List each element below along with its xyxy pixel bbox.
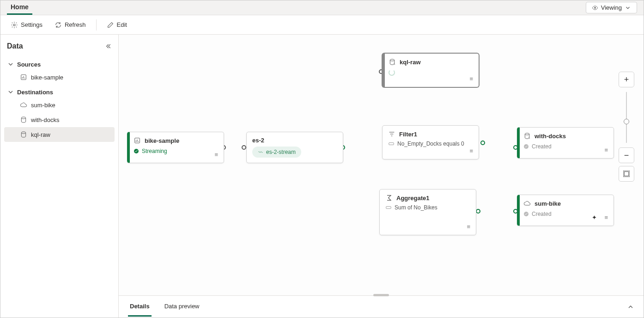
lines-menu-icon[interactable]: ≡: [467, 223, 470, 230]
svg-rect-9: [386, 207, 391, 209]
port[interactable]: [480, 141, 485, 145]
svg-point-7: [390, 59, 394, 61]
database-icon: [20, 116, 27, 123]
node-aggregate1[interactable]: Aggregate1 Sum of No_Bikes ≡: [379, 189, 476, 235]
svg-point-0: [594, 7, 596, 9]
sidebar-item-label: kql-raw: [31, 131, 50, 138]
zoom-slider[interactable]: [626, 92, 627, 143]
chevron-down-icon: [625, 5, 631, 11]
node-sum-bike[interactable]: sum-bike Created ✦ ≡: [517, 195, 614, 226]
node-status-label: Streaming: [142, 148, 167, 154]
database-icon: [523, 132, 531, 140]
bottom-panel-tabs: Details Data preview: [119, 295, 644, 318]
settings-button[interactable]: Settings: [7, 18, 46, 31]
node-title: bike-sample: [145, 137, 179, 144]
sidebar: Data Sources bike-sample Destinations su…: [0, 35, 119, 318]
zoom-handle[interactable]: [624, 119, 629, 124]
sidebar-item-label: with-docks: [31, 116, 59, 123]
svg-rect-13: [624, 171, 628, 176]
stream-chip[interactable]: es-2-stream: [252, 147, 301, 158]
eye-icon: [592, 5, 598, 11]
spinner-icon: [389, 69, 395, 76]
sigma-icon: [385, 194, 393, 202]
zoom-out-button[interactable]: −: [619, 147, 634, 163]
edit-button[interactable]: Edit: [103, 18, 131, 31]
collapse-panel-icon[interactable]: [104, 43, 112, 50]
refresh-button[interactable]: Refresh: [51, 18, 90, 31]
toolbar: Settings Refresh Edit: [0, 15, 644, 35]
zoom-controls: + −: [619, 72, 634, 182]
cloud-icon: [20, 101, 27, 109]
fit-icon: [623, 170, 630, 177]
lines-menu-icon[interactable]: ≡: [214, 151, 218, 158]
node-title: with-docks: [535, 133, 566, 140]
node-filter1[interactable]: Filter1 No_Empty_Docks equals 0 ≡: [382, 125, 479, 159]
tree-section-destinations[interactable]: Destinations: [4, 85, 115, 98]
node-bike-sample[interactable]: bike-sample Streaming ≡: [127, 132, 224, 163]
sparkle-icon[interactable]: ✦: [592, 214, 597, 221]
tab-details[interactable]: Details: [128, 297, 152, 317]
toolbar-separator: [96, 19, 97, 31]
svg-rect-8: [389, 143, 394, 145]
sidebar-item-with-docks[interactable]: with-docks: [4, 112, 115, 127]
tab-data-preview[interactable]: Data preview: [163, 297, 201, 317]
drag-handle[interactable]: [373, 294, 389, 296]
node-title: Aggregate1: [396, 195, 430, 202]
node-subtitle: Sum of No_Bikes: [395, 204, 437, 211]
database-icon: [389, 58, 396, 66]
field-icon: [385, 204, 392, 211]
port[interactable]: [242, 145, 246, 150]
sidebar-title: Data: [7, 42, 23, 50]
refresh-icon: [55, 21, 62, 29]
node-subtitle: No_Empty_Docks equals 0: [397, 141, 464, 147]
gear-icon: [11, 21, 18, 29]
check-circle-icon: [523, 211, 529, 217]
tab-home[interactable]: Home: [7, 0, 32, 15]
lines-menu-icon[interactable]: ≡: [469, 75, 473, 82]
chevron-down-icon: [7, 61, 14, 68]
node-es-2[interactable]: es-2 es-2-stream: [246, 132, 343, 163]
port[interactable]: [476, 209, 480, 214]
filter-icon: [388, 130, 395, 138]
barchart-icon: [20, 73, 27, 81]
cloud-icon: [523, 200, 531, 207]
refresh-label: Refresh: [65, 21, 86, 28]
section-label-sources: Sources: [17, 61, 41, 68]
section-label-destinations: Destinations: [17, 89, 53, 96]
viewing-label: Viewing: [601, 4, 622, 11]
page-tab-strip: Home Viewing: [0, 0, 644, 15]
settings-label: Settings: [21, 21, 43, 28]
svg-point-1: [13, 24, 15, 26]
edit-label: Edit: [117, 21, 127, 28]
node-title: sum-bike: [535, 200, 561, 207]
lines-menu-icon[interactable]: ≡: [604, 214, 608, 221]
lines-menu-icon[interactable]: ≡: [604, 147, 608, 153]
stream-icon: [258, 149, 263, 155]
viewing-dropdown[interactable]: Viewing: [586, 2, 637, 13]
node-status-label: Created: [532, 211, 552, 217]
lines-menu-icon[interactable]: ≡: [469, 147, 473, 154]
chip-label: es-2-stream: [266, 149, 296, 155]
database-icon: [20, 131, 27, 138]
sidebar-item-kql-raw[interactable]: kql-raw: [4, 127, 115, 142]
sidebar-item-label: bike-sample: [31, 74, 63, 81]
chevron-up-icon[interactable]: [627, 303, 634, 311]
sidebar-item-bike-sample[interactable]: bike-sample: [4, 70, 115, 85]
node-title: es-2: [252, 137, 264, 144]
canvas[interactable]: bike-sample Streaming ≡ es-2 es-2-stream: [119, 35, 644, 295]
sidebar-item-sum-bike[interactable]: sum-bike: [4, 98, 115, 112]
tree-section-sources[interactable]: Sources: [4, 57, 115, 70]
node-status-label: Created: [532, 143, 552, 150]
check-circle-icon: [523, 144, 529, 149]
svg-point-10: [525, 133, 529, 135]
node-title: kql-raw: [400, 59, 421, 66]
node-kql-raw[interactable]: kql-raw ≡: [382, 53, 479, 87]
zoom-in-button[interactable]: +: [619, 72, 634, 87]
sidebar-item-label: sum-bike: [31, 102, 55, 109]
edit-icon: [107, 21, 114, 29]
check-circle-icon: [134, 148, 139, 154]
node-with-docks[interactable]: with-docks Created ≡: [517, 127, 614, 159]
fit-to-screen-button[interactable]: [619, 166, 634, 182]
field-icon: [388, 141, 395, 147]
node-title: Filter1: [399, 131, 417, 138]
